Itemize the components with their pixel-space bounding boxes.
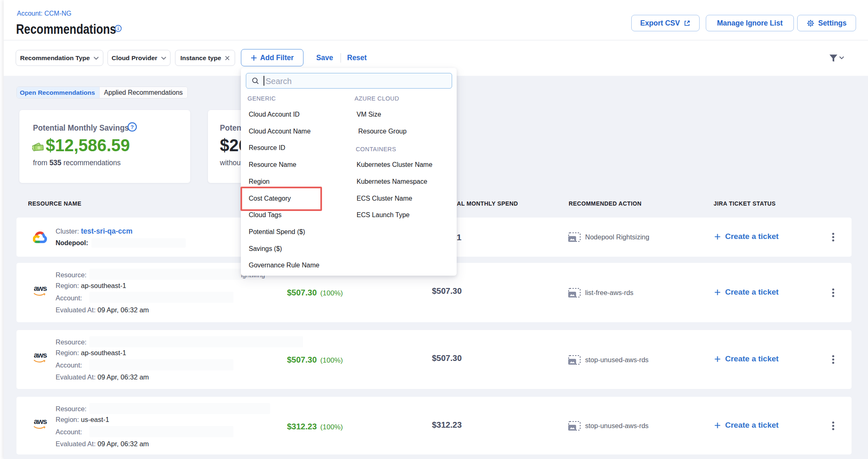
svg-text:?: ?	[131, 124, 134, 130]
